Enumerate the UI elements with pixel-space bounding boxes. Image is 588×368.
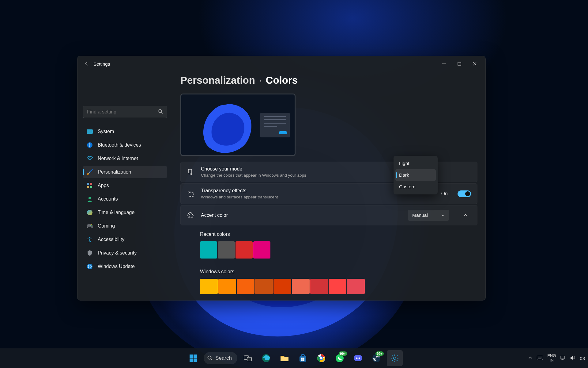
maximize-button[interactable] xyxy=(452,58,467,70)
windows-color-swatch[interactable] xyxy=(237,279,254,294)
breadcrumb: Personalization › Colors xyxy=(180,75,477,86)
svg-line-48 xyxy=(397,355,398,356)
windows-color-swatch[interactable] xyxy=(292,279,310,294)
minimize-button[interactable] xyxy=(436,58,452,70)
nav-label: Gaming xyxy=(98,223,115,229)
chrome-icon[interactable] xyxy=(313,350,329,366)
back-button[interactable] xyxy=(82,59,92,69)
recent-color-swatch[interactable] xyxy=(200,241,217,259)
sidebar-item-bluetooth[interactable]: ᛒ Bluetooth & devices xyxy=(83,139,167,151)
nav-label: System xyxy=(98,129,114,134)
personalization-icon: 🖌️ xyxy=(87,169,93,175)
search-icon xyxy=(158,109,163,115)
edge-icon[interactable] xyxy=(258,350,274,366)
discord-icon[interactable] xyxy=(350,350,366,366)
mode-option-custom[interactable]: Custom xyxy=(395,181,436,193)
sidebar-item-network[interactable]: Network & internet xyxy=(83,152,167,165)
svg-rect-17 xyxy=(194,358,197,362)
recent-colors-title: Recent colors xyxy=(200,232,471,237)
recent-color-swatch[interactable] xyxy=(218,241,235,259)
taskbar-search[interactable]: Search xyxy=(204,352,237,364)
accent-mode-dropdown[interactable]: Manual xyxy=(408,210,449,221)
nav-label: Privacy & security xyxy=(98,250,137,256)
breadcrumb-parent[interactable]: Personalization xyxy=(180,75,255,86)
windows-colors-section: Windows colors xyxy=(180,264,477,294)
svg-rect-25 xyxy=(301,358,303,359)
transparency-toggle-label: On xyxy=(441,191,448,197)
panel-mode-subtitle: Change the colors that appear in Windows… xyxy=(201,173,306,178)
tray-overflow-icon[interactable] xyxy=(528,356,533,361)
transparency-toggle[interactable] xyxy=(458,190,471,197)
file-explorer-icon[interactable] xyxy=(277,350,292,366)
nav-label: Apps xyxy=(98,183,109,188)
steam-icon[interactable]: 99+ xyxy=(368,350,384,366)
svg-line-49 xyxy=(392,360,393,361)
language-indicator[interactable]: ENG IN xyxy=(547,354,556,363)
settings-app-icon[interactable] xyxy=(387,350,403,366)
nav-list: System ᛒ Bluetooth & devices Network & i… xyxy=(83,125,167,273)
sidebar-item-accounts[interactable]: Accounts xyxy=(83,193,167,205)
network-tray-icon[interactable] xyxy=(560,355,566,361)
search-field[interactable] xyxy=(87,109,158,115)
sidebar: System ᛒ Bluetooth & devices Network & i… xyxy=(77,71,172,300)
svg-point-41 xyxy=(394,357,396,359)
windows-color-swatch[interactable] xyxy=(347,279,365,294)
nav-label: Accessibility xyxy=(98,237,124,242)
sidebar-item-privacy[interactable]: Privacy & security xyxy=(83,247,167,259)
svg-rect-54 xyxy=(561,356,564,359)
windows-color-swatch[interactable] xyxy=(200,279,218,294)
recent-color-swatch[interactable] xyxy=(236,241,253,259)
panel-mode-title: Choose your mode xyxy=(201,166,306,172)
nav-label: Time & language xyxy=(98,210,134,215)
mode-dropdown-menu: Light Dark Custom xyxy=(394,156,438,194)
panel-transparency-subtitle: Windows and surfaces appear translucent xyxy=(201,195,278,199)
sidebar-item-personalization[interactable]: 🖌️ Personalization xyxy=(83,166,167,178)
svg-point-31 xyxy=(320,357,322,359)
close-button[interactable] xyxy=(467,58,482,70)
shield-icon xyxy=(87,250,93,256)
whatsapp-icon[interactable]: 99+ xyxy=(332,350,348,366)
panel-accent-title: Accent color xyxy=(201,213,228,218)
keyboard-icon[interactable] xyxy=(537,356,543,361)
start-button[interactable] xyxy=(185,350,201,366)
svg-rect-28 xyxy=(303,359,304,361)
svg-point-34 xyxy=(356,358,357,359)
accent-expander[interactable] xyxy=(460,210,471,221)
svg-rect-5 xyxy=(90,183,92,185)
windows-color-swatch[interactable] xyxy=(273,279,291,294)
svg-line-3 xyxy=(161,112,163,113)
sidebar-item-system[interactable]: System xyxy=(83,125,167,138)
nav-label: Windows Update xyxy=(98,264,135,269)
breadcrumb-current: Colors xyxy=(266,75,298,86)
svg-point-38 xyxy=(377,356,379,357)
volume-tray-icon[interactable] xyxy=(570,355,575,361)
svg-rect-33 xyxy=(354,355,362,361)
sidebar-item-apps[interactable]: Apps xyxy=(83,179,167,192)
update-icon xyxy=(87,263,93,270)
store-icon[interactable] xyxy=(295,350,311,366)
windows-color-swatch[interactable] xyxy=(310,279,328,294)
sidebar-item-accessibility[interactable]: Accessibility xyxy=(83,233,167,246)
task-view-button[interactable] xyxy=(240,350,256,366)
mode-option-light[interactable]: Light xyxy=(395,158,436,169)
windows-color-swatch[interactable] xyxy=(255,279,273,294)
windows-color-swatch[interactable] xyxy=(329,279,346,294)
nav-label: Bluetooth & devices xyxy=(98,142,141,148)
mode-option-dark[interactable]: Dark xyxy=(395,169,436,181)
steam-badge: 99+ xyxy=(375,351,384,356)
sidebar-item-update[interactable]: Windows Update xyxy=(83,260,167,273)
windows-color-swatch[interactable] xyxy=(218,279,236,294)
panel-transparency-title: Transparency effects xyxy=(201,188,278,194)
svg-rect-7 xyxy=(90,186,92,188)
clock[interactable]: 03 xyxy=(580,356,585,361)
time-icon xyxy=(87,209,93,216)
svg-rect-16 xyxy=(190,358,193,362)
accent-dropdown-value: Manual xyxy=(412,213,428,218)
sidebar-item-gaming[interactable]: 🎮 Gaming xyxy=(83,220,167,232)
search-input[interactable] xyxy=(83,106,167,118)
sidebar-item-time[interactable]: Time & language xyxy=(83,206,167,219)
recent-color-swatch[interactable] xyxy=(253,241,270,259)
accessibility-icon xyxy=(87,236,93,243)
svg-line-47 xyxy=(397,360,398,361)
svg-point-2 xyxy=(159,109,162,113)
